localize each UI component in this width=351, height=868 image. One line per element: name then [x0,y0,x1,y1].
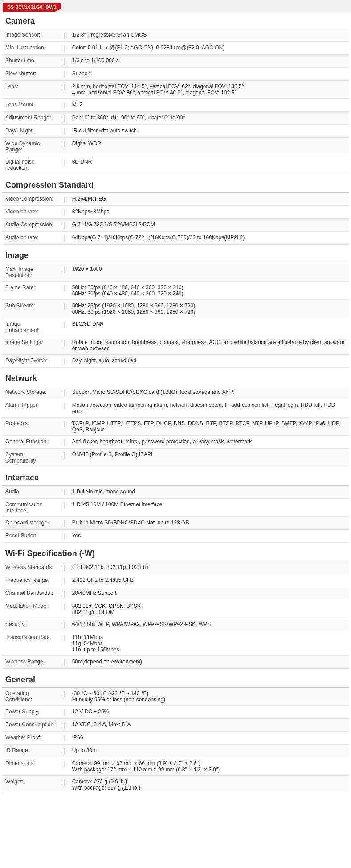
row-separator: | [60,449,69,467]
table-interface: Audio:|1 Built-in mic, mono soundCommuni… [2,486,349,543]
row-value: Camera: 99 mm × 68 mm × 66 mm (3.9" × 2.… [69,757,349,776]
row-separator: | [60,530,69,543]
row-value: 1 Built-in mic, mono sound [69,486,349,499]
row-value: Built-in Micro SD/SDHC/SDXC slot, up to … [69,517,349,530]
row-value: M12 [69,99,349,112]
row-value: IP66 [69,732,349,745]
row-label: Image Enhancement: [2,318,60,336]
table-row: Dimensions:|Camera: 99 mm × 68 mm × 66 m… [2,757,349,776]
row-separator: | [60,732,69,745]
row-value: 12 VDC, 0.4 A, Max: 5 W [69,719,349,732]
row-label: Day/Night Switch: [2,355,60,368]
table-row: Slow shutter:|Support [2,68,349,81]
row-value: Motion detection, video tampering alarm,… [69,399,349,418]
row-separator: | [60,399,69,418]
row-label: Slow shutter: [2,68,60,81]
tab-label[interactable]: DS-2CV1021G0-IDW1 [3,3,61,12]
row-separator: | [60,68,69,81]
table-camera: Image Sensor:|1/2.8" Progressive Scan CM… [2,29,349,174]
table-row: Wireless Standards:|IEEE802.11b, 802.11g… [2,561,349,574]
row-value: ONVIF (Profile S, Profile G),ISAPI [69,449,349,467]
row-label: Alarm Trigger: [2,399,60,418]
table-compression: Video Compression:|H.264/MJPEGVideo bit … [2,193,349,245]
row-value: 3D DNR [69,156,349,174]
row-separator: | [60,355,69,368]
row-value: IR cut filter with auto switch [69,125,349,138]
section-camera: CameraImage Sensor:|1/2.8" Progressive S… [2,12,349,174]
section-title-general: General [2,671,349,688]
row-label: Weight: [2,776,60,794]
table-image: Max. Image Resolution:|1920 × 1080Frame … [2,263,349,368]
row-separator: | [60,745,69,757]
table-row: Frequency Range:|2.412 GHz to 2.4835 GHz [2,574,349,587]
row-label: Frequency Range: [2,574,60,587]
row-value: 64/128-bit WEP, WPA/WPA2, WPA-PSK/WPA2-P… [69,618,349,631]
row-label: Audio bit rate: [2,232,60,245]
table-row: Security:|64/128-bit WEP, WPA/WPA2, WPA-… [2,618,349,631]
row-value: 20/40MHz Support [69,587,349,600]
row-label: Wireless Standards: [2,561,60,574]
row-value: BLC/3D DNR [69,318,349,336]
row-label: System Compatibility: [2,449,60,467]
table-row: Weather Proof:|IP66 [2,732,349,745]
row-separator: | [60,125,69,138]
row-separator: | [60,776,69,794]
section-title-camera: Camera [2,12,349,29]
table-row: Network Storage:|Support Micro SD/SDHC/S… [2,386,349,399]
row-value: H.264/MJPEG [69,193,349,206]
row-separator: | [60,300,69,318]
row-separator: | [60,336,69,355]
row-separator: | [60,656,69,669]
row-label: Security: [2,618,60,631]
table-row: Max. Image Resolution:|1920 × 1080 [2,263,349,282]
table-row: Audio Compression:|G.711/G.722.1/G.726/M… [2,219,349,232]
table-row: Reset Button:|Yes [2,530,349,543]
row-value: Yes [69,530,349,543]
row-label: Image Settings: [2,336,60,355]
row-separator: | [60,486,69,499]
row-separator: | [60,574,69,587]
table-network: Network Storage:|Support Micro SD/SDHC/S… [2,386,349,467]
row-label: Network Storage: [2,386,60,399]
table-row: Lens:|2.8 mm, horizontal FOV: 114.5°, ve… [2,81,349,99]
row-separator: | [60,719,69,732]
row-separator: | [60,29,69,42]
row-label: On-board storage: [2,517,60,530]
row-value: Digital WDR [69,138,349,156]
row-separator: | [60,688,69,706]
row-label: Modulation Mode: [2,600,60,618]
row-separator: | [60,282,69,300]
table-row: On-board storage:|Built-in Micro SD/SDHC… [2,517,349,530]
table-row: Wireless Range:|50m(depend on environmen… [2,656,349,669]
section-network: NetworkNetwork Storage:|Support Micro SD… [2,369,349,467]
section-title-compression: Compression Standard [2,176,349,193]
row-separator: | [60,757,69,776]
table-row: Protocols:|TCP/IP, ICMP, HTTP, HTTPS, FT… [2,418,349,436]
row-label: Digital noise reduction: [2,156,60,174]
row-value: Color: 0.01 Lux @(F1.2; AGC ON), 0.028 L… [69,42,349,55]
table-row: Image Enhancement:|BLC/3D DNR [2,318,349,336]
row-label: Audio: [2,486,60,499]
row-label: Dimensions: [2,757,60,776]
row-separator: | [60,112,69,125]
row-separator: | [60,42,69,55]
row-separator: | [60,618,69,631]
row-label: Protocols: [2,418,60,436]
row-value: 802.11b: CCK, QPSK, BPSK802.11g/n: OFDM [69,600,349,618]
section-compression: Compression StandardVideo Compression:|H… [2,176,349,245]
row-separator: | [60,706,69,719]
table-row: General Function:|Anti-flicker, heartbea… [2,436,349,449]
row-separator: | [60,138,69,156]
row-label: Channel Bandwidth: [2,587,60,600]
row-separator: | [60,517,69,530]
table-general: Operating Conditions:|-30 °C ~ 60 °C (-2… [2,688,349,794]
row-separator: | [60,99,69,112]
table-row: Frame Rate:|50Hz: 25fps (640 × 480, 640 … [2,282,349,300]
table-row: Video Compression:|H.264/MJPEG [2,193,349,206]
row-value: -30 °C ~ 60 °C (-22 °F ~ 140 °F)Humidity… [69,688,349,706]
row-label: Video bit rate: [2,206,60,219]
row-value: Support [69,68,349,81]
row-value: IEEE802.11b, 802.11g, 802.11n [69,561,349,574]
table-row: Digital noise reduction:|3D DNR [2,156,349,174]
row-label: Sub Stream: [2,300,60,318]
